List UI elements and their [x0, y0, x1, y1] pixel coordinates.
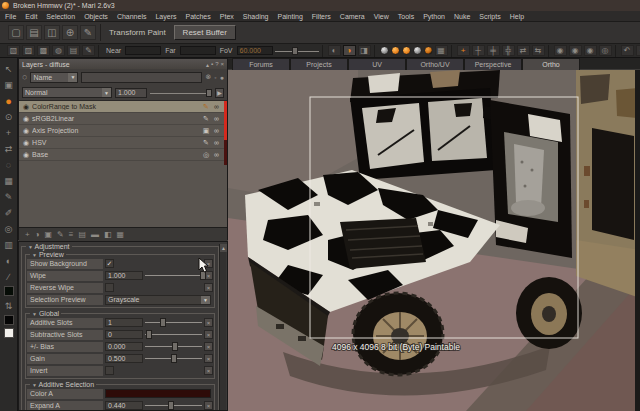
tab-perspective[interactable]: Perspective	[464, 58, 522, 70]
symmetry-xyz-icon[interactable]: ╬	[502, 45, 515, 56]
move-object-tool-icon[interactable]: +	[2, 126, 16, 139]
reset-button[interactable]: ×	[204, 318, 213, 327]
shading-flat-icon[interactable]	[402, 46, 411, 55]
layer-opacity-field[interactable]: 1.000	[115, 88, 147, 98]
filter-text-input[interactable]	[81, 72, 202, 83]
subtractive-slots-slider[interactable]	[145, 330, 202, 339]
layer-link-icon[interactable]: ∞	[214, 127, 219, 134]
save-project-icon[interactable]: ◫	[44, 25, 60, 40]
scroll-up-icon[interactable]: ▲	[220, 244, 227, 252]
menu-item[interactable]: Help	[510, 13, 524, 20]
far-field[interactable]	[180, 46, 216, 55]
new-project-icon[interactable]: ▢	[8, 25, 24, 40]
symmetry-off-icon[interactable]: +	[457, 45, 470, 56]
gain-value[interactable]: 0.500	[105, 354, 143, 363]
wipe-value[interactable]: 1.000	[105, 271, 143, 280]
project-uv-icon[interactable]: ◨	[358, 45, 371, 56]
marquee-select-tool-icon[interactable]: ▣	[2, 78, 16, 91]
menu-item[interactable]: Ptex	[220, 13, 234, 20]
reset-button[interactable]: ×	[204, 330, 213, 339]
opacity-expand-button[interactable]: ▶	[215, 88, 224, 98]
tab-uv[interactable]: UV	[348, 58, 406, 70]
symmetry-y-icon[interactable]: ╪	[487, 45, 500, 56]
wipe-slider[interactable]	[145, 271, 202, 280]
menu-item[interactable]: Selection	[46, 13, 75, 20]
panel-close-icon[interactable]: ×	[220, 61, 224, 68]
blur-tool-icon[interactable]: ◌	[2, 158, 16, 171]
slice-tool-icon[interactable]: ∕	[2, 270, 16, 283]
sphere-view-icon[interactable]: ◍	[52, 45, 65, 56]
menu-item[interactable]: Layers	[155, 13, 176, 20]
gradient-tool-icon[interactable]: ▥	[2, 238, 16, 251]
pan-tool-icon[interactable]: ●	[2, 94, 16, 107]
mirror-paint-icon[interactable]: ⇄	[517, 45, 530, 56]
layer-row[interactable]: ◉ HSV ✎ ∞	[19, 137, 227, 149]
selection-preview-dropdown[interactable]: Grayscale ▼	[105, 295, 211, 305]
panel-pin-icon[interactable]: ▪	[211, 61, 213, 68]
panel-help-icon[interactable]: ?	[215, 61, 218, 68]
add-adjustment-layer-icon[interactable]: ◑	[35, 230, 40, 239]
eyedropper-tool-icon[interactable]: ✐	[2, 206, 16, 219]
undo-view-icon[interactable]: ↶	[621, 45, 634, 56]
reset-button[interactable]: ×	[204, 366, 213, 375]
reset-buffer-button[interactable]: Reset Buffer	[174, 25, 236, 40]
menu-item[interactable]: Camera	[340, 13, 365, 20]
zoom-tool-icon[interactable]: ⊙	[2, 110, 16, 123]
menu-item[interactable]: Shading	[243, 13, 269, 20]
duplicate-layer-icon[interactable]: ▤	[78, 230, 86, 239]
symmetry-x-icon[interactable]: ┼	[472, 45, 485, 56]
filter-field-dropdown[interactable]: Name ▼	[30, 72, 78, 83]
layer-link-icon[interactable]: ∞	[214, 103, 219, 110]
blend-mode-dropdown[interactable]: Normal ▼	[22, 87, 112, 98]
show-whole-mesh-icon[interactable]: ◉	[554, 45, 567, 56]
folder-view-icon[interactable]: ▤	[67, 45, 80, 56]
layer-visibility-icon[interactable]: ◉	[23, 103, 29, 111]
foreground-color-swatch[interactable]	[4, 286, 14, 296]
menu-item[interactable]: Patches	[185, 13, 210, 20]
patch-tool-icon[interactable]: ▦	[2, 174, 16, 187]
select-tool-icon[interactable]: ↖	[2, 62, 16, 75]
mirror-clone-icon[interactable]: ⇆	[532, 45, 545, 56]
menu-item[interactable]: Nuke	[454, 13, 470, 20]
additive-slots-slider[interactable]	[145, 318, 202, 327]
checker-pattern-icon[interactable]: ▦	[435, 45, 448, 56]
reset-button[interactable]: ×	[204, 401, 213, 410]
gain-slider[interactable]	[145, 354, 202, 363]
layer-row[interactable]: ◉ sRGB2Linear ✎ ∞	[19, 113, 227, 125]
canvas-3d-view[interactable]: 4096 x 4096 8 bit (Byte) Paintable	[228, 70, 640, 411]
layer-opacity-slider[interactable]	[150, 88, 212, 98]
menu-item[interactable]: Scripts	[479, 13, 500, 20]
layer-visibility-icon[interactable]: ◉	[23, 127, 29, 135]
add-group-icon[interactable]: ▣	[45, 230, 53, 239]
dodge-tool-icon[interactable]: ◐	[2, 254, 16, 267]
add-paint-layer-icon[interactable]: ✎	[57, 230, 64, 239]
menu-item[interactable]: Painting	[277, 13, 302, 20]
cube-view-icon[interactable]: ▧	[7, 45, 20, 56]
paint-full-sphere-icon[interactable]	[391, 46, 400, 55]
menu-item[interactable]: View	[374, 13, 389, 20]
hide-unselected-icon[interactable]: ◉	[584, 45, 597, 56]
background-color-swatch[interactable]	[4, 315, 14, 325]
bias-value[interactable]: 0.000	[105, 342, 143, 351]
layer-row[interactable]: ◉ ColorRange to Mask ✎ ∞	[19, 101, 227, 113]
project-front-icon[interactable]: ◐	[328, 45, 341, 56]
bias-slider[interactable]	[145, 342, 202, 351]
remove-layer-icon[interactable]: ▬	[91, 230, 99, 239]
filter-toggle-small-icon[interactable]: ◦	[214, 74, 216, 81]
tab-ortho-uv[interactable]: Ortho/UV	[406, 58, 464, 70]
paint-brush-tool-icon[interactable]: ✎	[2, 190, 16, 203]
reset-button[interactable]: ×	[204, 283, 213, 292]
lock-view-icon[interactable]: ◎	[599, 45, 612, 56]
shading-full-icon[interactable]	[424, 46, 433, 55]
paint-target-icon[interactable]: ✎	[82, 45, 95, 56]
invert-checkbox[interactable]	[105, 366, 114, 375]
filter-toggle-icon[interactable]: ●	[220, 74, 224, 81]
menu-item[interactable]: File	[5, 13, 16, 20]
layer-mask-icon[interactable]: ◧	[104, 230, 112, 239]
merge-layers-icon[interactable]: ≡	[69, 230, 74, 239]
show-background-checkbox[interactable]: ✓	[105, 259, 114, 268]
transform-pin-icon[interactable]: ⊕	[62, 25, 78, 40]
near-field[interactable]	[125, 46, 161, 55]
screen-projection-icon[interactable]: ▨	[22, 45, 35, 56]
layer-visibility-icon[interactable]: ◉	[23, 115, 29, 123]
